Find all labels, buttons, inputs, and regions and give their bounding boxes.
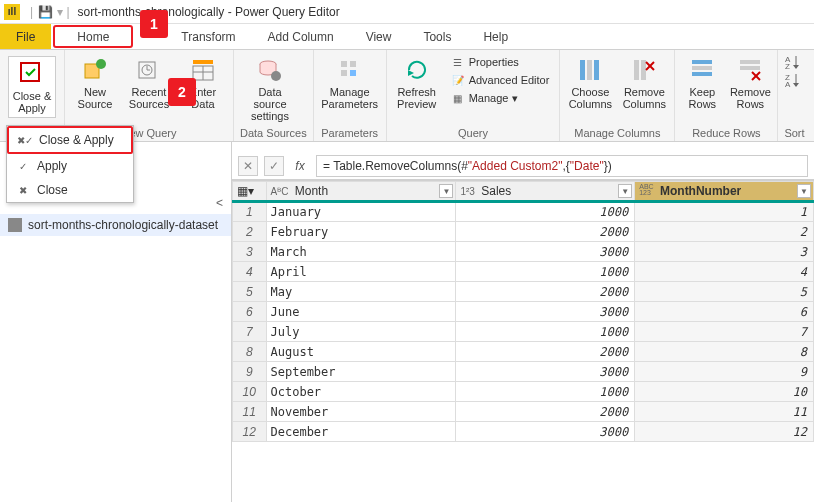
recent-sources-button[interactable]: Recent Sources [125,54,173,112]
cell-monthnumber[interactable]: 1 [635,202,814,222]
svg-rect-21 [634,60,639,80]
cell-month[interactable]: October [266,382,456,402]
table-row[interactable]: 12December300012 [233,422,814,442]
cell-sales[interactable]: 2000 [456,222,635,242]
cell-monthnumber[interactable]: 4 [635,262,814,282]
apply-menuitem[interactable]: ✓ Apply [7,154,133,178]
advanced-editor-button[interactable]: 📝Advanced Editor [447,72,554,88]
ribbon-group-sort-label: Sort [784,127,804,139]
column-header-monthnumber[interactable]: ABC 123 MonthNumber ▼ [635,182,814,202]
cell-sales[interactable]: 2000 [456,282,635,302]
cell-monthnumber[interactable]: 11 [635,402,814,422]
cell-monthnumber[interactable]: 10 [635,382,814,402]
table-row[interactable]: 11November200011 [233,402,814,422]
sort-desc-button[interactable]: ZA [784,72,802,88]
cell-month[interactable]: April [266,262,456,282]
tab-view[interactable]: View [350,24,408,49]
cell-sales[interactable]: 2000 [456,342,635,362]
cell-month[interactable]: September [266,362,456,382]
query-item[interactable]: sort-months-chronologically-dataset [0,214,231,236]
rownum-header[interactable]: ▦▾ [233,182,267,202]
refresh-preview-button[interactable]: Refresh Preview [393,54,441,112]
table-row[interactable]: 9September30009 [233,362,814,382]
properties-icon: ☰ [451,55,465,69]
cell-sales[interactable]: 3000 [456,242,635,262]
column-dropdown-icon[interactable]: ▼ [797,184,811,198]
tab-file[interactable]: File [0,24,51,49]
properties-button[interactable]: ☰Properties [447,54,554,70]
table-row[interactable]: 4April10004 [233,262,814,282]
cell-month[interactable]: December [266,422,456,442]
keep-rows-label: Keep Rows [689,86,717,110]
table-row[interactable]: 1January10001 [233,202,814,222]
data-source-settings-button[interactable]: Data source settings [240,54,300,124]
cell-sales[interactable]: 1000 [456,382,635,402]
formula-col: "Date" [570,159,604,173]
cell-sales[interactable]: 1000 [456,322,635,342]
cell-sales[interactable]: 3000 [456,362,635,382]
cell-monthnumber[interactable]: 7 [635,322,814,342]
close-menuitem[interactable]: ✖ Close [7,178,133,202]
cell-sales[interactable]: 1000 [456,262,635,282]
manage-button[interactable]: ▦Manage ▾ [447,90,554,106]
cell-month[interactable]: February [266,222,456,242]
choose-columns-icon [576,56,604,84]
table-row[interactable]: 5May20005 [233,282,814,302]
close-menuitem-icon: ✖ [15,182,31,198]
table-row[interactable]: 2February20002 [233,222,814,242]
svg-rect-16 [350,70,356,76]
choose-columns-button[interactable]: Choose Columns [566,54,614,112]
fx-icon[interactable]: fx [290,156,310,176]
formula-accept-button[interactable]: ✓ [264,156,284,176]
table-row[interactable]: 8August20008 [233,342,814,362]
cell-month[interactable]: May [266,282,456,302]
cell-month[interactable]: November [266,402,456,422]
choose-columns-label: Choose Columns [569,86,612,110]
cell-sales[interactable]: 3000 [456,422,635,442]
table-row[interactable]: 10October100010 [233,382,814,402]
cell-month[interactable]: March [266,242,456,262]
cell-sales[interactable]: 2000 [456,402,635,422]
cell-month[interactable]: June [266,302,456,322]
cell-monthnumber[interactable]: 3 [635,242,814,262]
keep-rows-button[interactable]: Keep Rows [681,54,723,112]
cell-monthnumber[interactable]: 8 [635,342,814,362]
cell-monthnumber[interactable]: 12 [635,422,814,442]
new-source-button[interactable]: New Source [71,54,119,112]
cell-month[interactable]: August [266,342,456,362]
data-grid: ▦▾ AᴮC Month ▼ 1²3 Sales ▼ ABC 123 [232,180,814,502]
cell-monthnumber[interactable]: 9 [635,362,814,382]
column-header-month[interactable]: AᴮC Month ▼ [266,182,456,202]
column-dropdown-icon[interactable]: ▼ [618,184,632,198]
tab-transform[interactable]: Transform [165,24,251,49]
save-icon[interactable]: 💾 [37,4,53,20]
table-row[interactable]: 6June30006 [233,302,814,322]
manage-parameters-button[interactable]: Manage Parameters [320,54,380,112]
collapse-queries-icon[interactable]: < [216,196,223,210]
cell-sales[interactable]: 3000 [456,302,635,322]
column-dropdown-icon[interactable]: ▼ [439,184,453,198]
tab-help[interactable]: Help [467,24,524,49]
remove-columns-button[interactable]: Remove Columns [620,54,668,112]
column-header-sales[interactable]: 1²3 Sales ▼ [456,182,635,202]
cell-monthnumber[interactable]: 6 [635,302,814,322]
tab-tools[interactable]: Tools [407,24,467,49]
data-source-settings-icon [256,56,284,84]
tab-add-column[interactable]: Add Column [252,24,350,49]
tab-home[interactable]: Home [53,25,133,48]
table-row[interactable]: 7July10007 [233,322,814,342]
cell-sales[interactable]: 1000 [456,202,635,222]
ribbon-group-sort: AZ ZA Sort [778,50,810,141]
remove-rows-button[interactable]: Remove Rows [729,54,771,112]
cell-monthnumber[interactable]: 2 [635,222,814,242]
formula-cancel-button[interactable]: ✕ [238,156,258,176]
cell-month[interactable]: July [266,322,456,342]
sort-asc-button[interactable]: AZ [784,54,802,70]
close-apply-button[interactable]: Close & Apply [8,56,56,118]
data-source-settings-label: Data source settings [242,86,298,122]
formula-input[interactable]: = Table.RemoveColumns(#"Added Custom2",{… [316,155,808,177]
cell-month[interactable]: January [266,202,456,222]
table-row[interactable]: 3March30003 [233,242,814,262]
cell-monthnumber[interactable]: 5 [635,282,814,302]
close-apply-menuitem[interactable]: ✖✓ Close & Apply [7,126,133,154]
